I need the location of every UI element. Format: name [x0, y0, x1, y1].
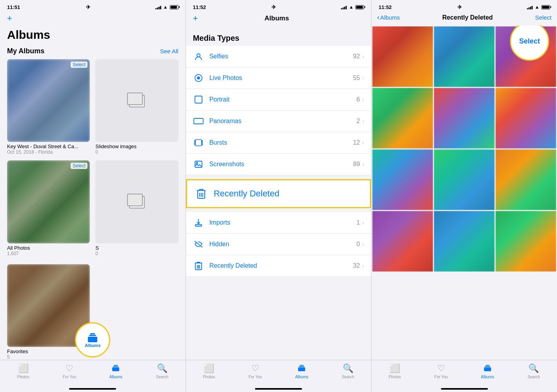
my-albums-title: My Albums — [7, 47, 44, 55]
phone1-nav: + — [0, 12, 186, 27]
chevron-recently-deleted: › — [362, 263, 364, 269]
tab-albums-2[interactable]: Albums — [278, 363, 325, 379]
tab-label-albums-2: Albums — [295, 375, 308, 379]
photo-cell-9[interactable] — [495, 149, 556, 210]
tab-foryou-1[interactable]: ♡ For You — [46, 363, 93, 379]
media-label-hidden: Hidden — [209, 241, 357, 248]
search-icon-tab-1: 🔍 — [157, 363, 167, 374]
nav-title-3: Recently Deleted — [442, 14, 493, 21]
tab-photos-2[interactable]: ⬜ Photos — [186, 363, 232, 379]
home-bar-3 — [441, 388, 488, 390]
recently-deleted-highlighted-row[interactable]: Recently Deleted — [186, 179, 371, 208]
back-label: Albums — [380, 14, 400, 21]
media-item-bursts[interactable]: Bursts 12 › — [186, 132, 371, 154]
photo-cell-2[interactable] — [434, 26, 495, 87]
see-all-link[interactable]: See All — [160, 48, 178, 54]
svg-rect-24 — [298, 367, 305, 371]
svg-point-14 — [196, 162, 198, 164]
media-item-recently-deleted[interactable]: Recently Deleted 32 › — [186, 255, 371, 277]
trash-icon-highlighted — [194, 187, 208, 201]
tab-foryou-2[interactable]: ♡ For You — [232, 363, 278, 379]
media-label-portrait: Portrait — [209, 96, 357, 103]
photo-cell-10[interactable] — [372, 211, 433, 272]
media-item-hidden[interactable]: Hidden 0 › — [186, 234, 371, 255]
tab-label-search-2: Search — [342, 375, 354, 379]
media-count-livephotos: 55 — [353, 74, 360, 82]
photo-cell-5[interactable] — [434, 88, 495, 149]
media-count-hidden: 0 — [357, 241, 360, 248]
tab-albums-3[interactable]: Albums — [464, 363, 511, 379]
media-count-portrait: 6 — [357, 96, 360, 103]
svg-rect-4 — [113, 366, 118, 367]
album-item-casamarina[interactable]: Select All Photos 1,607 — [7, 160, 90, 256]
svg-rect-5 — [114, 365, 118, 366]
wifi-icon-3: ▲ — [535, 4, 539, 10]
tab-bar-1: ⬜ Photos ♡ For You Albums 🔍 Search — [0, 360, 186, 392]
wifi-icon-2: ▲ — [349, 4, 353, 10]
time-1: 11:51 — [7, 4, 20, 10]
media-item-panoramas[interactable]: Panoramas 2 › — [186, 111, 371, 132]
phone1: 11:51 ✈ ▲ + Albums My Albums See All — [0, 0, 186, 392]
tab-search-1[interactable]: 🔍 Search — [139, 363, 186, 379]
svg-rect-27 — [484, 367, 491, 371]
battery-icon-1 — [170, 5, 178, 9]
nav-plus-2[interactable]: + — [193, 13, 198, 24]
chevron-selfies: › — [362, 53, 364, 60]
recently-deleted-highlight-wrapper: Recently Deleted — [186, 179, 371, 208]
svg-rect-19 — [195, 225, 202, 226]
albums-circle-label: Albums — [85, 343, 100, 348]
svg-rect-0 — [88, 337, 97, 342]
album-label-keywest: Key West - Duval Street & Ca... — [7, 143, 90, 149]
tab-foryou-3[interactable]: ♡ For You — [418, 363, 464, 379]
album-count-s: 0 — [95, 251, 178, 256]
nav-title-2: Albums — [264, 15, 289, 22]
portrait-icon — [193, 94, 204, 105]
nav-select-button[interactable]: Select — [535, 14, 552, 21]
tab-photos-1[interactable]: ⬜ Photos — [0, 363, 46, 379]
svg-rect-25 — [299, 366, 304, 367]
album-item-keywest[interactable]: Select Key West - Duval Street & Ca... O… — [7, 59, 90, 155]
media-label-screenshots: Screenshots — [209, 161, 353, 168]
albums-circle-annotation: Albums — [75, 322, 110, 358]
tab-search-3[interactable]: 🔍 Search — [511, 363, 557, 379]
chevron-portrait: › — [362, 96, 364, 103]
tab-albums-1[interactable]: Albums — [93, 363, 139, 379]
media-item-imports[interactable]: Imports 1 › — [186, 212, 371, 234]
photo-cell-1[interactable] — [372, 26, 433, 87]
svg-rect-26 — [300, 365, 304, 366]
media-label-panoramas: Panoramas — [209, 118, 357, 125]
tab-label-search-3: Search — [528, 375, 540, 379]
album-grid: Select Key West - Duval Street & Ca... O… — [7, 59, 178, 256]
page-title-1: Albums — [0, 27, 186, 45]
back-button[interactable]: ‹ Albums — [377, 13, 400, 22]
photo-cell-8[interactable] — [434, 149, 495, 210]
tab-label-foryou-2: For You — [249, 375, 262, 379]
tab-label-photos-3: Photos — [389, 375, 401, 379]
chevron-imports: › — [362, 220, 364, 226]
photo-cell-7[interactable] — [372, 149, 433, 210]
media-item-portrait[interactable]: Portrait 6 › — [186, 89, 371, 111]
tab-photos-3[interactable]: ⬜ Photos — [371, 363, 418, 379]
album-label-s: S — [95, 245, 178, 251]
photo-cell-12[interactable] — [495, 211, 556, 272]
svg-rect-9 — [194, 118, 203, 124]
media-item-livephotos[interactable]: Live Photos 55 › — [186, 67, 371, 89]
svg-rect-1 — [89, 335, 96, 336]
photo-cell-6[interactable] — [495, 88, 556, 149]
tab-label-photos-2: Photos — [203, 375, 215, 379]
signal-bars-2 — [341, 5, 347, 9]
tab-search-2[interactable]: 🔍 Search — [325, 363, 371, 379]
album-select-badge[interactable]: Select — [71, 62, 87, 68]
photo-cell-11[interactable] — [434, 211, 495, 272]
media-item-selfies[interactable]: Selfies 92 › — [186, 46, 371, 67]
add-album-button[interactable]: + — [7, 13, 12, 23]
photos-icon-1: ⬜ — [18, 363, 29, 374]
selfie-icon — [193, 51, 204, 62]
photo-cell-4[interactable] — [372, 88, 433, 149]
album-item-s[interactable]: S 0 — [95, 160, 178, 256]
chevron-bursts: › — [362, 140, 364, 146]
album-select-badge-2[interactable]: Select — [71, 163, 87, 169]
media-item-screenshots[interactable]: Screenshots 89 › — [186, 154, 371, 175]
album-item-slideshow[interactable]: Slideshow images 0 — [95, 59, 178, 155]
album-thumb-keywest: Select — [7, 59, 90, 142]
